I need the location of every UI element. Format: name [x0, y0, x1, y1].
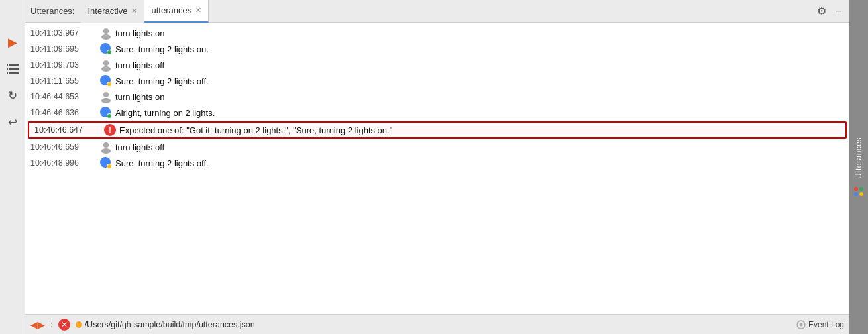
- right-sidebar[interactable]: Utterances: [849, 0, 868, 334]
- tab-utterances-close[interactable]: ✕: [195, 7, 201, 14]
- log-timestamp: 10:46:46.659: [30, 142, 97, 152]
- main-panel: Utterances: Interactive ✕ utterances ✕ ⚙…: [25, 0, 849, 334]
- svg-point-7: [101, 34, 111, 40]
- play-pause-button[interactable]: ◀▶: [30, 319, 45, 330]
- log-message: turn lights off: [115, 142, 844, 152]
- settings-button[interactable]: ⚙: [814, 3, 829, 19]
- sidebar-text: Utterances: [854, 137, 863, 179]
- play-button[interactable]: ▶: [3, 33, 22, 52]
- dot-yellow: [859, 193, 863, 197]
- log-message-error: Expected one of: "Got it, turning on 2 l…: [119, 125, 840, 135]
- log-message: Alright, turning on 2 lights.: [115, 108, 844, 118]
- undo-button[interactable]: ↩: [3, 113, 22, 131]
- log-timestamp: 10:46:46.647: [34, 125, 101, 135]
- log-row: 10:46:46.659 turn lights off: [25, 139, 849, 155]
- event-log-icon: [796, 320, 806, 329]
- svg-rect-0: [9, 64, 19, 66]
- utterances-label: Utterances:: [30, 6, 74, 16]
- tab-bar: Utterances: Interactive ✕ utterances ✕ ⚙…: [25, 0, 849, 23]
- bottom-colon: :: [50, 319, 53, 329]
- log-message: Sure, turning 2 lights off.: [115, 76, 844, 86]
- svg-rect-2: [9, 72, 19, 74]
- tab-bar-actions: ⚙ −: [814, 3, 849, 19]
- user-icon: [97, 58, 115, 72]
- error-icon: !: [101, 124, 119, 136]
- log-row-error: 10:46:46.647 ! Expected one of: "Got it,…: [28, 121, 847, 139]
- tab-utterances[interactable]: utterances ✕: [144, 0, 209, 23]
- svg-point-9: [101, 66, 111, 72]
- path-text: /Users/git/gh-sample/build/tmp/utterance…: [85, 320, 255, 329]
- sidebar-label: Utterances: [854, 137, 863, 196]
- dot-red: [854, 188, 858, 192]
- svg-point-6: [103, 28, 109, 34]
- log-row: 10:41:09.703 turn lights off: [25, 57, 849, 73]
- user-icon: [97, 140, 115, 154]
- svg-rect-3: [7, 64, 8, 66]
- tab-interactive-label: Interactive: [87, 6, 127, 16]
- log-row: 10:46:46.636 Alright, turning on 2 light…: [25, 105, 849, 121]
- assistant-icon: [97, 107, 115, 119]
- dot-green: [859, 188, 863, 192]
- svg-rect-5: [7, 72, 8, 74]
- log-timestamp: 10:46:44.653: [30, 92, 97, 101]
- svg-point-10: [103, 92, 109, 97]
- assistant-icon: [97, 43, 115, 55]
- log-timestamp: 10:46:46.636: [30, 108, 97, 117]
- log-row: 10:41:03.967 turn lights on: [25, 25, 849, 41]
- status-dot: [76, 321, 82, 328]
- log-timestamp: 10:41:09.703: [30, 60, 97, 70]
- svg-rect-4: [7, 68, 8, 70]
- svg-point-13: [101, 148, 111, 154]
- minimize-button[interactable]: −: [833, 4, 844, 19]
- log-row: 10:41:11.655 Sure, turning 2 lights off.: [25, 73, 849, 89]
- user-icon: [97, 90, 115, 103]
- event-log-label: Event Log: [808, 320, 844, 329]
- list-button[interactable]: [3, 60, 22, 78]
- dot-blue: [854, 193, 858, 197]
- log-message: turn lights off: [115, 60, 844, 70]
- google-dots: [854, 188, 863, 197]
- bottom-bar: ◀▶ : ✕ /Users/git/gh-sample/build/tmp/ut…: [25, 314, 849, 334]
- log-row: 10:46:44.653 turn lights on: [25, 89, 849, 105]
- tab-interactive-close[interactable]: ✕: [131, 7, 137, 15]
- error-badge: ✕: [58, 319, 70, 331]
- svg-point-11: [101, 98, 111, 103]
- user-icon: [97, 27, 115, 40]
- event-log-button[interactable]: Event Log: [796, 320, 844, 329]
- tab-interactive[interactable]: Interactive ✕: [81, 0, 144, 23]
- log-row: 10:46:48.996 Sure, turning 2 lights off.: [25, 155, 849, 171]
- assistant-icon: [97, 75, 115, 87]
- log-message: turn lights on: [115, 92, 844, 102]
- file-path: /Users/git/gh-sample/build/tmp/utterance…: [76, 320, 255, 329]
- log-message: Sure, turning 2 lights off.: [115, 158, 844, 168]
- log-row: 10:41:09.695 Sure, turning 2 lights on.: [25, 41, 849, 57]
- log-message: Sure, turning 2 lights on.: [115, 44, 844, 54]
- log-timestamp: 10:46:48.996: [30, 158, 97, 168]
- svg-point-8: [103, 60, 109, 66]
- tab-utterances-label: utterances: [151, 5, 191, 15]
- log-timestamp: 10:41:03.967: [30, 28, 97, 38]
- svg-point-12: [103, 142, 109, 148]
- log-timestamp: 10:41:11.655: [30, 76, 97, 85]
- left-toolbar: ▶ ↻ ↩: [0, 0, 25, 334]
- log-timestamp: 10:41:09.695: [30, 44, 97, 54]
- svg-point-15: [799, 323, 802, 326]
- log-message: turn lights on: [115, 28, 844, 38]
- log-list: 10:41:03.967 turn lights on 10:41:09.695…: [25, 23, 849, 314]
- refresh-button[interactable]: ↻: [3, 86, 22, 105]
- svg-rect-1: [9, 68, 19, 70]
- assistant-icon: [97, 157, 115, 169]
